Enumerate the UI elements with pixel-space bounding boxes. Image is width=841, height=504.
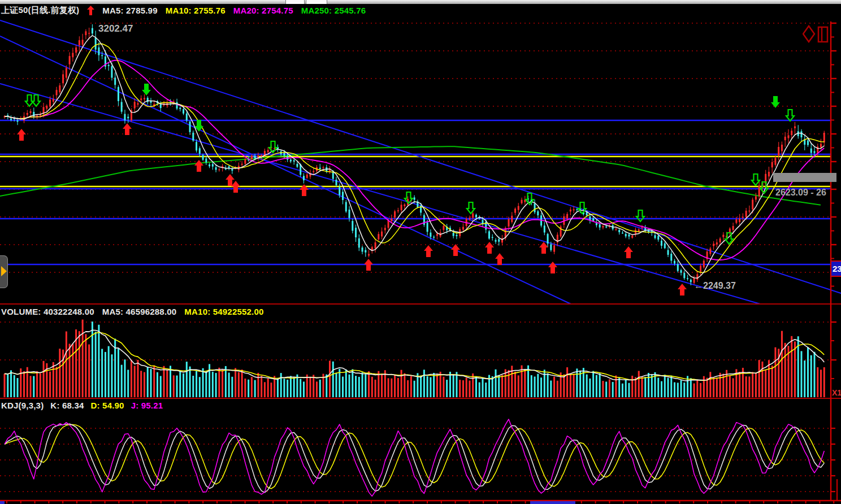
volume-bars bbox=[4, 320, 825, 397]
ma20-value: MA20: 2754.75 bbox=[233, 6, 293, 15]
ma10-value: MA10: 2755.76 bbox=[166, 6, 226, 15]
volume-ma5-value: MA5: 46596288.00 bbox=[102, 307, 177, 316]
horizontal-level-lines[interactable] bbox=[0, 120, 831, 264]
volume-value: VOLUME: 40322248.00 bbox=[1, 307, 94, 316]
trendlines[interactable] bbox=[0, 20, 841, 304]
kdj-title: KDJ(9,3,3) bbox=[1, 401, 44, 410]
scrollbar-thumb[interactable] bbox=[530, 501, 575, 504]
trading-app-window: 上证50(日线.前复权) MA5: 2785.99 MA10: 2755.76 … bbox=[0, 0, 841, 504]
peak-price-label: 3202.47 bbox=[98, 23, 133, 34]
axis-price-badge: 23 bbox=[831, 260, 841, 277]
scrollbar-left-stub[interactable] bbox=[0, 501, 5, 504]
selection-highlight-box bbox=[773, 173, 836, 182]
split-window-icon[interactable] bbox=[818, 27, 827, 42]
low-price-label: ←2249.37 bbox=[694, 281, 736, 291]
chart-canvas bbox=[0, 0, 841, 504]
kdj-k-value: K: 68.34 bbox=[50, 401, 84, 410]
ma250-value: MA250: 2545.76 bbox=[301, 6, 366, 15]
kdj-d-value: D: 54.90 bbox=[91, 401, 124, 410]
panel-expand-handle[interactable] bbox=[0, 255, 8, 288]
sell-signal-arrows-solid bbox=[142, 84, 780, 132]
symbol-title: 上证50(日线.前复权) bbox=[1, 5, 79, 16]
kdj-j-value: J: 95.21 bbox=[131, 401, 163, 410]
pane-borders-axis bbox=[0, 21, 841, 503]
volume-unit-label: X1 bbox=[832, 388, 841, 397]
volume-header: VOLUME: 40322248.00 MA5: 46596288.00 MA1… bbox=[1, 307, 264, 316]
ma5-value: MA5: 2785.99 bbox=[102, 6, 157, 15]
kdj-header: KDJ(9,3,3) K: 68.34 D: 54.90 J: 95.21 bbox=[1, 401, 163, 410]
window-tool-icons bbox=[803, 25, 831, 47]
volume-ma10-value: MA10: 54922552.00 bbox=[184, 307, 263, 316]
main-chart-header: 上证50(日线.前复权) MA5: 2785.99 MA10: 2755.76 … bbox=[1, 5, 366, 16]
expand-arrow-icon bbox=[1, 266, 7, 276]
diamond-tool-icon[interactable] bbox=[803, 26, 814, 42]
price-range-label: 2623.09 - 26 bbox=[775, 188, 826, 198]
up-arrow-icon bbox=[87, 6, 94, 15]
